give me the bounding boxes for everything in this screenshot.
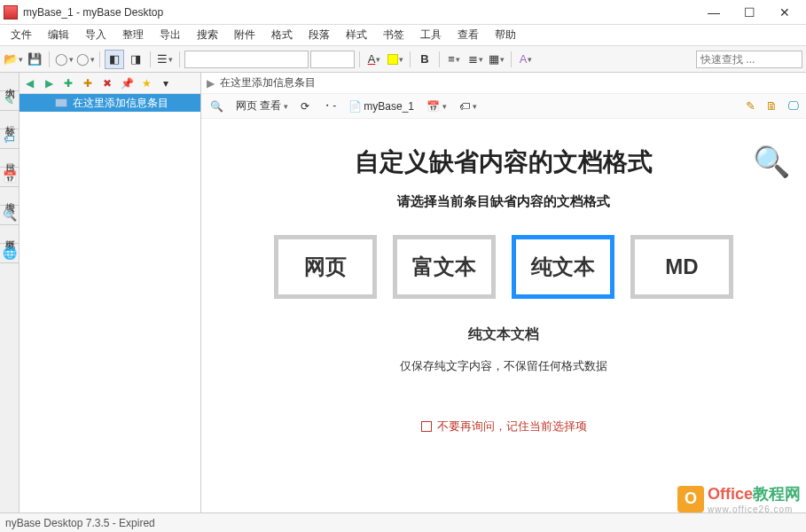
vtab-calendar-icon[interactable]: 📅 xyxy=(0,168,19,187)
align-button[interactable]: ≡▾ xyxy=(444,50,464,69)
tree-more-button[interactable]: ▾ xyxy=(158,75,174,91)
extra-button[interactable]: A▾ xyxy=(516,50,536,69)
vtab-calendar[interactable]: 日历 xyxy=(0,149,19,168)
layout-icon: ☰ xyxy=(157,52,168,66)
view-button[interactable]: 🖵 xyxy=(785,98,801,114)
table-button[interactable]: ▦▾ xyxy=(487,50,506,69)
breadcrumb-text[interactable]: 在这里添加信息条目 xyxy=(220,75,316,90)
panel-left-button[interactable]: ◧ xyxy=(105,50,124,69)
menu-style[interactable]: 样式 xyxy=(339,26,374,44)
vtab-search-icon[interactable]: 🔍 xyxy=(0,206,19,225)
new-doc-button[interactable]: 🗎 xyxy=(763,98,779,114)
history-back-button[interactable]: ◯▾ xyxy=(54,50,74,69)
tree-next-button[interactable]: ▶ xyxy=(41,75,57,91)
edit-button[interactable]: ✎ xyxy=(742,98,758,114)
webview-mode-button[interactable]: 网页 查看 ▾ xyxy=(232,98,292,115)
vtab-search[interactable]: 搜索 xyxy=(0,187,19,206)
font-color-icon: A xyxy=(368,52,376,66)
format-option-plaintext[interactable]: 纯文本 xyxy=(512,235,614,299)
quick-search-input[interactable] xyxy=(696,51,802,68)
outline-tree[interactable]: 在这里添加信息条目 xyxy=(20,94,200,512)
checkbox-icon[interactable] xyxy=(421,421,432,432)
save-button[interactable]: 💾 xyxy=(25,50,44,69)
menu-file[interactable]: 文件 xyxy=(4,26,39,44)
tree-item[interactable]: 在这里添加信息条目 xyxy=(20,94,200,112)
format-option-web[interactable]: 网页 xyxy=(274,235,377,299)
history-fwd-button[interactable]: ◯▾ xyxy=(75,50,95,69)
breadcrumb-arrow-icon: ▶ xyxy=(207,77,215,90)
format-option-md[interactable]: MD xyxy=(630,235,733,299)
main-toolbar: 📂▾ 💾 ◯▾ ◯▾ ◧ ◨ ☰▾ A▾ ▾ B ≡▾ ≣▾ ▦▾ A▾ xyxy=(0,46,806,73)
document-view: 自定义缺省内容的文档格式 请选择当前条目缺省内容的文档格式 网页 富文本 纯文本… xyxy=(201,119,806,512)
menu-bookmark[interactable]: 书签 xyxy=(376,26,411,44)
title-bar: myBase_1 - myBase Desktop — ☐ ✕ xyxy=(0,0,806,25)
layout-button[interactable]: ☰▾ xyxy=(155,50,175,69)
menu-import[interactable]: 导入 xyxy=(78,26,113,44)
format-options: 网页 富文本 纯文本 MD xyxy=(219,235,788,299)
magnifier-button[interactable]: 🔍 xyxy=(753,144,790,179)
vtab-outline[interactable]: 大纲 xyxy=(0,73,19,91)
tree-item-label: 在这里添加信息条目 xyxy=(73,96,168,111)
separator xyxy=(359,51,360,67)
separator xyxy=(99,51,100,67)
font-color-button[interactable]: A▾ xyxy=(364,50,384,69)
menu-export[interactable]: 导出 xyxy=(153,26,188,44)
doc-name: myBase_1 xyxy=(364,100,414,113)
tree-pin-button[interactable]: 📌 xyxy=(119,75,135,91)
watermark: O Office教程网 www.office26.com xyxy=(677,483,801,514)
menu-format[interactable]: 格式 xyxy=(264,26,300,44)
tree-star-button[interactable]: ★ xyxy=(138,75,154,91)
tag-button[interactable]: 🏷▾ xyxy=(456,98,481,115)
vertical-tabs: 大纲 ✎ 标签 🏷 日历 📅 搜索 🔍 概要 🌐 xyxy=(0,73,20,512)
dropdown-icon: ▾ xyxy=(168,55,173,64)
menu-bar: 文件 编辑 导入 整理 导出 搜索 附件 格式 段落 样式 书签 工具 查看 帮… xyxy=(0,25,806,46)
minimize-button[interactable]: — xyxy=(696,2,732,23)
dropdown-icon: ▾ xyxy=(376,55,380,64)
calendar-button[interactable]: 📅▾ xyxy=(423,98,450,115)
tree-delete-button[interactable]: ✖ xyxy=(99,75,115,91)
separator xyxy=(150,51,151,67)
tree-add-button[interactable]: ✚ xyxy=(60,75,76,91)
separator xyxy=(410,51,411,67)
close-button[interactable]: ✕ xyxy=(767,2,802,23)
remember-choice-checkbox[interactable]: 不要再询问，记住当前选择项 xyxy=(219,419,788,434)
tree-toolbar: ◀ ▶ ✚ ✚ ✖ 📌 ★ ▾ xyxy=(20,73,200,94)
menu-tools[interactable]: 工具 xyxy=(413,26,449,44)
list-button[interactable]: ≣▾ xyxy=(466,50,485,69)
nav-icon: ・- xyxy=(322,98,336,113)
highlight-button[interactable]: ▾ xyxy=(386,50,405,69)
selected-format-title: 纯文本文档 xyxy=(219,325,788,344)
tree-panel: ◀ ▶ ✚ ✚ ✖ 📌 ★ ▾ 在这里添加信息条目 xyxy=(20,73,201,512)
format-option-richtext[interactable]: 富文本 xyxy=(393,235,496,299)
nav-button[interactable]: ・- xyxy=(318,98,340,115)
separator xyxy=(179,51,180,67)
menu-attach[interactable]: 附件 xyxy=(227,26,262,44)
status-bar: nyBase Desktop 7.3.5 - Expired xyxy=(0,512,806,532)
vtab-tags[interactable]: 标签 xyxy=(0,111,19,129)
bold-button[interactable]: B xyxy=(415,50,434,69)
font-size-select[interactable] xyxy=(310,51,355,68)
open-folder-button[interactable]: 📂▾ xyxy=(4,50,23,69)
search-icon: 🔍 xyxy=(210,100,223,113)
menu-organize[interactable]: 整理 xyxy=(115,26,151,44)
tree-prev-button[interactable]: ◀ xyxy=(21,75,37,91)
tree-addchild-button[interactable]: ✚ xyxy=(80,75,96,91)
menu-paragraph[interactable]: 段落 xyxy=(301,26,337,44)
refresh-button[interactable]: ⟳ xyxy=(297,98,313,115)
doc-tab[interactable]: 📄 myBase_1 xyxy=(345,98,418,115)
app-icon xyxy=(4,5,18,20)
menu-search[interactable]: 搜索 xyxy=(190,26,225,44)
document-icon: 📄 xyxy=(348,100,362,113)
menu-edit[interactable]: 编辑 xyxy=(41,26,76,44)
content-search-button[interactable]: 🔍 xyxy=(207,98,227,115)
menu-help[interactable]: 帮助 xyxy=(488,26,523,44)
vtab-outline-icon[interactable]: ✎ xyxy=(0,91,19,111)
vtab-summary[interactable]: 概要 xyxy=(0,225,19,244)
maximize-button[interactable]: ☐ xyxy=(732,2,767,23)
vtab-tags-icon[interactable]: 🏷 xyxy=(0,129,19,149)
vtab-globe-icon[interactable]: 🌐 xyxy=(0,244,19,263)
separator xyxy=(511,51,512,67)
menu-view[interactable]: 查看 xyxy=(450,26,486,44)
panel-right-button[interactable]: ◨ xyxy=(126,50,145,69)
font-family-select[interactable] xyxy=(184,51,309,68)
